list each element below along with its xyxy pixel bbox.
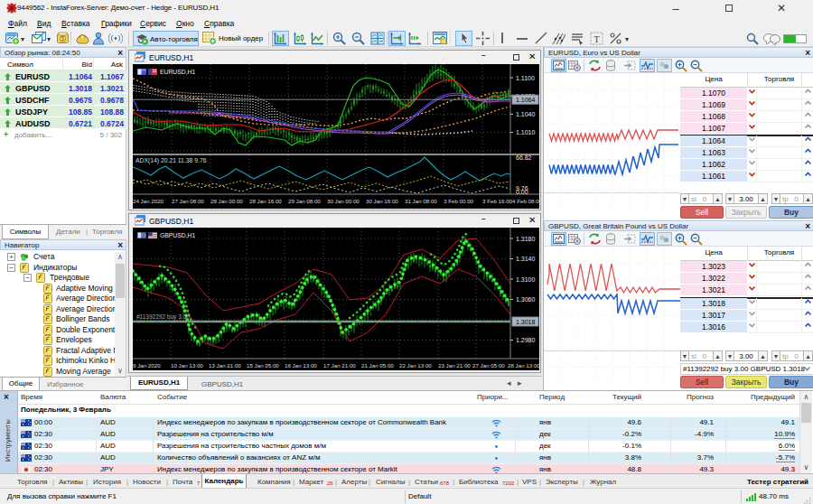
svg-text:1.2980: 1.2980 — [516, 337, 536, 343]
svg-text:28 Jan 16:00: 28 Jan 16:00 — [249, 198, 282, 204]
svg-text:1.1010: 1.1010 — [516, 129, 536, 135]
svg-text:EURUSD,H1: EURUSD,H1 — [160, 69, 195, 75]
svg-text:1.1064: 1.1064 — [516, 97, 536, 103]
svg-text:1.3140: 1.3140 — [516, 256, 536, 262]
svg-text:28 Jan 00:00: 28 Jan 00:00 — [210, 198, 243, 204]
svg-text:29 Jan 08:00: 29 Jan 08:00 — [288, 198, 321, 204]
svg-text:10 Jan 13:00: 10 Jan 13:00 — [171, 362, 203, 369]
svg-text:22 Jan 13:00: 22 Jan 13:00 — [399, 362, 432, 369]
svg-text:27 Jan 05:00: 27 Jan 05:00 — [472, 362, 505, 369]
svg-text:27 Jan 08:00: 27 Jan 08:00 — [172, 198, 204, 204]
svg-text:66.82: 66.82 — [516, 154, 532, 161]
svg-text:16 Jan 13:00: 16 Jan 13:00 — [285, 362, 317, 369]
svg-text:13 Jan 21:00: 13 Jan 21:00 — [209, 362, 241, 369]
svg-text:1.3060: 1.3060 — [516, 296, 536, 303]
svg-text:31 Jan 08:00: 31 Jan 08:00 — [405, 198, 437, 204]
svg-text:1.3100: 1.3100 — [516, 276, 536, 283]
svg-text:28 Jan 13:00: 28 Jan 13:00 — [508, 362, 539, 369]
svg-text:#11392292 buy 3.00: #11392292 buy 3.00 — [136, 313, 190, 321]
svg-text:15 Jan 05:00: 15 Jan 05:00 — [247, 362, 279, 369]
svg-text:23 Jan 21:00: 23 Jan 21:00 — [438, 362, 471, 369]
svg-text:T: T — [593, 34, 599, 44]
svg-text:21 Jan 05:00: 21 Jan 05:00 — [361, 362, 394, 369]
svg-text:ADX(14) 20.21 11.38 9.76: ADX(14) 20.21 11.38 9.76 — [136, 157, 207, 164]
svg-text:0.00: 0.00 — [516, 189, 528, 195]
svg-text:4 Feb 08:00: 4 Feb 08:00 — [512, 198, 539, 204]
svg-text:GBPUSD,H1: GBPUSD,H1 — [160, 232, 196, 238]
svg-text:30 Jan 00:00: 30 Jan 00:00 — [327, 198, 360, 204]
svg-text:1.3018: 1.3018 — [516, 319, 536, 325]
svg-text:3 Feb 00:00: 3 Feb 00:00 — [444, 198, 474, 204]
svg-text:17 Jan 21:00: 17 Jan 21:00 — [323, 362, 356, 369]
svg-text:1.1040: 1.1040 — [516, 111, 536, 117]
svg-text:$: $ — [61, 35, 65, 42]
svg-text:1.1100: 1.1100 — [516, 75, 535, 81]
svg-text:1.3180: 1.3180 — [516, 236, 536, 242]
svg-text:9 Jan 2020: 9 Jan 2020 — [133, 362, 161, 369]
svg-text:24 Jan 2020: 24 Jan 2020 — [133, 198, 164, 204]
svg-text:3 Feb 16:00: 3 Feb 16:00 — [482, 198, 513, 204]
svg-text:30 Jan 16:00: 30 Jan 16:00 — [366, 198, 398, 204]
